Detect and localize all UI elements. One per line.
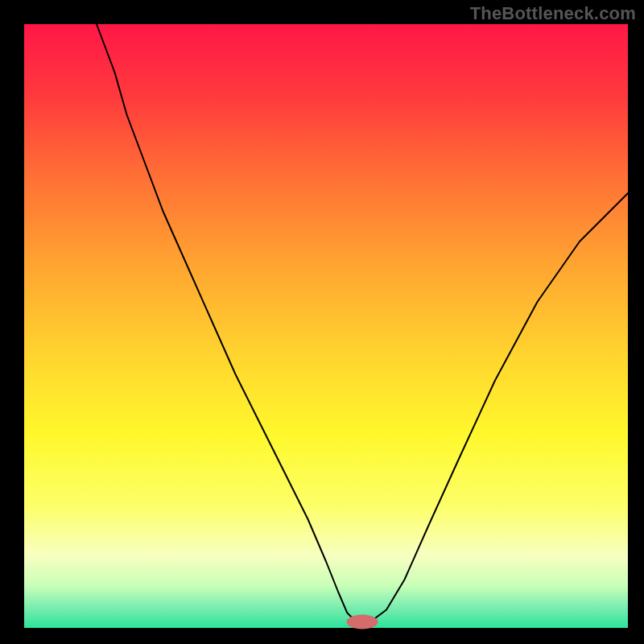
marker-layer (347, 615, 378, 630)
optimal-marker (347, 615, 378, 630)
bottleneck-chart (0, 0, 644, 644)
chart-frame: TheBottleneck.com (0, 0, 644, 644)
plot-background (24, 24, 628, 628)
watermark-text: TheBottleneck.com (470, 3, 636, 24)
